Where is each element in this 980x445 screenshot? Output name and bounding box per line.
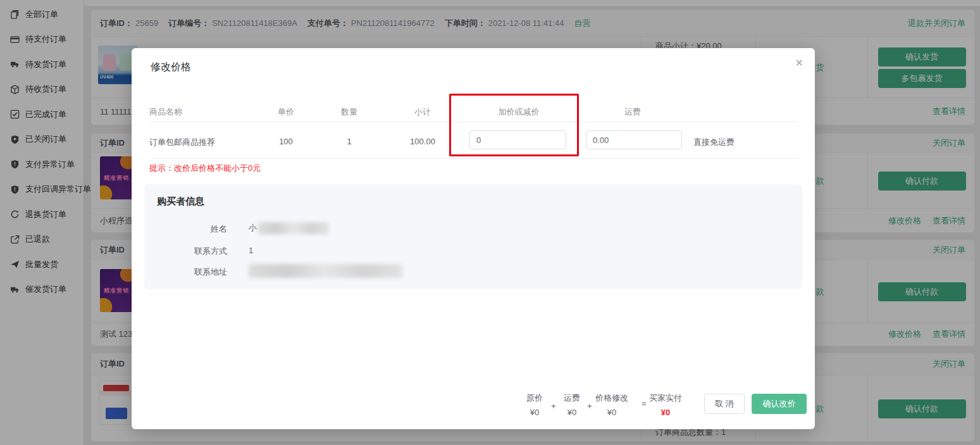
col-header-freight: 运费 — [607, 106, 658, 118]
subtotal-cell: 100.00 — [394, 137, 451, 146]
modify-price-modal: 修改价格 ✕ 商品名称 单价 数量 小计 加价或减价 运费 订单包邮商品推荐 1… — [132, 48, 815, 429]
summary-price-modify: 价格修改 ¥0 — [586, 392, 637, 417]
buyer-name-value: 小 — [249, 222, 329, 234]
product-name-cell: 订单包邮商品推荐 — [149, 137, 215, 148]
redacted-name — [258, 222, 329, 234]
divider — [149, 158, 797, 159]
quantity-cell: 1 — [324, 137, 375, 146]
col-header-price-adjust: 加价或减价 — [474, 106, 563, 118]
free-shipping-option[interactable]: 直接免运费 — [693, 137, 735, 148]
buyer-address-value — [249, 264, 402, 278]
col-header-product-name: 商品名称 — [149, 106, 182, 118]
col-header-subtotal: 小计 — [394, 106, 451, 118]
confirm-price-change-button[interactable]: 确认改价 — [752, 394, 807, 414]
buyer-contact-value: 1 — [249, 246, 253, 255]
col-header-unit-price: 单价 — [261, 106, 311, 118]
price-tip-text: 提示：改价后价格不能小于0元 — [149, 163, 261, 174]
freight-input[interactable] — [586, 130, 682, 149]
order-management-app: 全部订单 待支付订单 待发货订单 待收货订单 已完成订单 已关闭订单 支付异常订… — [0, 0, 980, 445]
cancel-button[interactable]: 取 消 — [704, 394, 745, 414]
buyer-contact-label: 联系方式 — [144, 246, 227, 257]
buyer-address-label: 联系地址 — [144, 266, 227, 278]
redacted-address — [249, 264, 402, 278]
buyer-name-label: 姓名 — [144, 223, 227, 235]
buyer-info-panel: 购买者信息 姓名 小 联系方式 1 联系地址 — [144, 184, 802, 289]
buyer-info-title: 购买者信息 — [157, 196, 204, 208]
close-icon[interactable]: ✕ — [795, 57, 803, 69]
price-adjust-input[interactable] — [469, 130, 566, 149]
summary-buyer-payable: 买家实付 ¥0 — [640, 392, 691, 417]
unit-price-cell: 100 — [261, 137, 311, 146]
modal-title: 修改价格 — [151, 61, 191, 74]
col-header-quantity: 数量 — [324, 106, 375, 118]
divider — [149, 122, 797, 122]
